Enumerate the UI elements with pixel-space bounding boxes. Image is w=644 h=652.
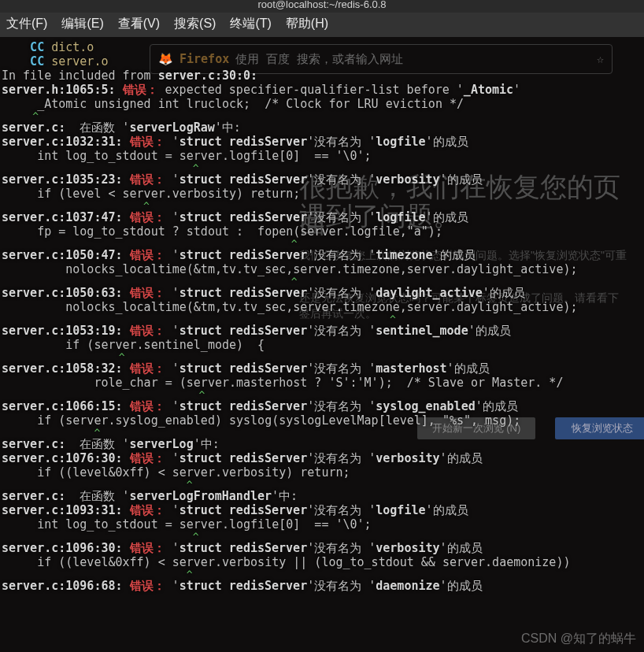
menu-edit[interactable]: 编辑(E): [61, 16, 103, 32]
terminal-line: if ((level&0xff) < server.verbosity || (…: [2, 555, 642, 569]
menu-view[interactable]: 查看(V): [118, 16, 160, 32]
menu-file[interactable]: 文件(F): [6, 16, 47, 32]
terminal-line: nolocks_localtime(&tm,tv.tv_sec,server.t…: [2, 262, 642, 276]
terminal-line: ^: [2, 201, 642, 210]
terminal-line: ^: [2, 532, 642, 541]
terminal-line: server.c:1050:63: 错误： 'struct redisServe…: [2, 286, 642, 300]
terminal-line: role_char = (server.masterhost ? 'S':'M'…: [2, 376, 642, 390]
terminal-line: server.c:1093:31: 错误： 'struct redisServe…: [2, 503, 642, 517]
terminal-line: server.c:1037:47: 错误： 'struct redisServe…: [2, 210, 642, 224]
terminal-line: server.h:1065:5: 错误： expected specifier-…: [2, 83, 642, 97]
menu-help[interactable]: 帮助(H): [286, 16, 328, 32]
terminal-line: server.c:1053:19: 错误： 'struct redisServe…: [2, 324, 642, 338]
terminal-line: server.c: 在函数 'serverLogFromHandler'中:: [2, 489, 642, 503]
terminal-line: ^: [2, 480, 642, 489]
menu-search[interactable]: 搜索(S): [174, 16, 216, 32]
terminal-line: server.c:1096:30: 错误： 'struct redisServe…: [2, 541, 642, 555]
terminal-line: ^: [2, 428, 642, 437]
terminal-line: CC server.o: [2, 54, 642, 69]
terminal-line: ^: [2, 352, 642, 361]
terminal-line: server.c: 在函数 'serverLog'中:: [2, 437, 642, 451]
terminal-line: ^: [2, 276, 642, 286]
terminal-line: CC dict.o: [2, 40, 642, 54]
menu-terminal[interactable]: 终端(T): [230, 16, 271, 32]
terminal-line: if (level < server.verbosity) return;: [2, 187, 642, 201]
terminal-line: server.c:1066:15: 错误： 'struct redisServe…: [2, 399, 642, 413]
terminal-output[interactable]: CC dict.o CC server.oIn file included fr…: [0, 37, 644, 596]
terminal-line: if (server.sentinel_mode) {: [2, 338, 642, 352]
terminal-line: server.c:1035:23: 错误： 'struct redisServe…: [2, 172, 642, 187]
terminal-line: In file included from server.c:30:0:: [2, 69, 642, 83]
terminal-line: int log_to_stdout = server.logfile[0] ==…: [2, 149, 642, 163]
terminal-line: fp = log_to_stdout ? stdout : fopen(serv…: [2, 224, 642, 239]
terminal-line: server.c:1032:31: 错误： 'struct redisServe…: [2, 135, 642, 149]
terminal-line: ^: [2, 239, 642, 248]
terminal-line: if (server.syslog_enabled) syslog(syslog…: [2, 413, 642, 428]
terminal-line: ^: [2, 111, 642, 120]
terminal-line: ^: [2, 569, 642, 579]
terminal-line: int log_to_stdout = server.logfile[0] ==…: [2, 517, 642, 532]
terminal-line: nolocks_localtime(&tm,tv.tv_sec,server.t…: [2, 300, 642, 314]
terminal-line: ^: [2, 163, 642, 172]
window-titlebar: root@localhost:~/redis-6.0.8: [0, 0, 644, 13]
window-title: root@localhost:~/redis-6.0.8: [257, 0, 386, 9]
terminal-line: server.c:1076:30: 错误： 'struct redisServe…: [2, 451, 642, 465]
terminal-line: if ((level&0xff) < server.verbosity) ret…: [2, 465, 642, 480]
menu-bar: 文件(F) 编辑(E) 查看(V) 搜索(S) 终端(T) 帮助(H): [0, 13, 644, 37]
terminal-line: server.c:1050:47: 错误： 'struct redisServe…: [2, 248, 642, 262]
terminal-line: ^: [2, 390, 642, 399]
terminal-line: server.c: 在函数 'serverLogRaw'中:: [2, 120, 642, 135]
terminal-line: ^: [2, 314, 642, 324]
watermark: CSDN @知了的蜗牛: [521, 631, 636, 647]
terminal-line: server.c:1096:68: 错误： 'struct redisServe…: [2, 579, 642, 593]
terminal-line: server.c:1058:32: 错误： 'struct redisServe…: [2, 361, 642, 376]
terminal-line: _Atomic unsigned int lruclock; /* Clock …: [2, 97, 642, 111]
